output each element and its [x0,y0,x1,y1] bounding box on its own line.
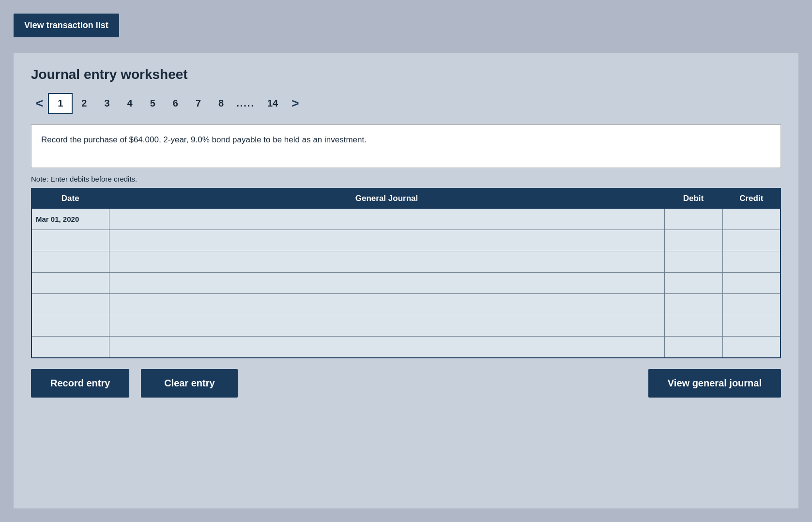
prev-arrow[interactable]: < [31,94,48,113]
description-text: Record the purchase of $64,000, 2-year, … [41,135,367,144]
credit-cell-2[interactable] [722,230,781,251]
table-row [31,294,781,315]
gj-input-1[interactable] [113,215,660,223]
gj-cell-4[interactable] [109,273,664,294]
debit-cell-6[interactable] [664,315,722,337]
view-general-journal-button[interactable]: View general journal [648,369,781,398]
debit-input-6[interactable] [669,322,719,330]
credit-input-5[interactable] [727,300,777,308]
credit-input-1[interactable] [727,215,777,223]
tab-2[interactable]: 2 [73,94,95,113]
main-panel: Journal entry worksheet < 1 2 3 4 5 6 7 … [14,53,798,508]
gj-input-5[interactable] [113,300,660,308]
table-row [31,337,781,358]
credit-cell-7[interactable] [722,337,781,358]
debit-input-3[interactable] [669,258,719,266]
col-header-debit: Debit [664,188,722,209]
worksheet-title: Journal entry worksheet [31,67,781,82]
clear-entry-button[interactable]: Clear entry [141,369,238,398]
tab-6[interactable]: 6 [164,94,187,113]
credit-input-6[interactable] [727,322,777,330]
credit-input-4[interactable] [727,279,777,287]
debit-cell-4[interactable] [664,273,722,294]
debit-input-2[interactable] [669,236,719,245]
gj-input-7[interactable] [113,343,660,351]
debit-input-1[interactable] [669,215,719,223]
tab-3[interactable]: 3 [95,94,118,113]
credit-input-2[interactable] [727,236,777,245]
table-row [31,273,781,294]
table-row [31,315,781,337]
credit-cell-6[interactable] [722,315,781,337]
credit-input-3[interactable] [727,258,777,266]
tab-dots: ..... [232,94,259,113]
date-cell-1: Mar 01, 2020 [31,209,109,230]
gj-cell-7[interactable] [109,337,664,358]
tab-7[interactable]: 7 [187,94,210,113]
description-box: Record the purchase of $64,000, 2-year, … [31,124,781,168]
gj-input-3[interactable] [113,258,660,266]
date-cell-7 [31,337,109,358]
gj-cell-6[interactable] [109,315,664,337]
credit-cell-4[interactable] [722,273,781,294]
date-cell-5 [31,294,109,315]
journal-table: Date General Journal Debit Credit Mar 01… [31,188,781,358]
debit-cell-5[interactable] [664,294,722,315]
debit-cell-2[interactable] [664,230,722,251]
table-row [31,251,781,273]
date-cell-2 [31,230,109,251]
date-cell-4 [31,273,109,294]
table-row [31,230,781,251]
table-row: Mar 01, 2020 [31,209,781,230]
tab-4[interactable]: 4 [119,94,141,113]
gj-input-6[interactable] [113,322,660,330]
col-header-credit: Credit [722,188,781,209]
gj-cell-2[interactable] [109,230,664,251]
col-header-gj: General Journal [109,188,664,209]
credit-cell-1[interactable] [722,209,781,230]
tab-8[interactable]: 8 [210,94,232,113]
gj-input-2[interactable] [113,236,660,245]
date-cell-6 [31,315,109,337]
debit-cell-7[interactable] [664,337,722,358]
tab-1[interactable]: 1 [48,93,73,114]
debit-input-4[interactable] [669,279,719,287]
record-entry-button[interactable]: Record entry [31,369,129,398]
gj-cell-3[interactable] [109,251,664,273]
tab-5[interactable]: 5 [141,94,164,113]
view-transaction-list-button[interactable]: View transaction list [14,14,119,37]
tab-14[interactable]: 14 [259,94,287,113]
gj-cell-5[interactable] [109,294,664,315]
credit-cell-5[interactable] [722,294,781,315]
credit-input-7[interactable] [727,343,777,351]
tab-navigation: < 1 2 3 4 5 6 7 8 ..... 14 > [31,93,781,114]
next-arrow[interactable]: > [287,94,304,113]
date-cell-3 [31,251,109,273]
debit-input-7[interactable] [669,343,719,351]
col-header-date: Date [31,188,109,209]
credit-cell-3[interactable] [722,251,781,273]
gj-input-4[interactable] [113,279,660,287]
bottom-buttons: Record entry Clear entry View general jo… [31,369,781,398]
debit-cell-1[interactable] [664,209,722,230]
debit-input-5[interactable] [669,300,719,308]
note-text: Note: Enter debits before credits. [31,175,781,183]
gj-cell-1[interactable] [109,209,664,230]
debit-cell-3[interactable] [664,251,722,273]
